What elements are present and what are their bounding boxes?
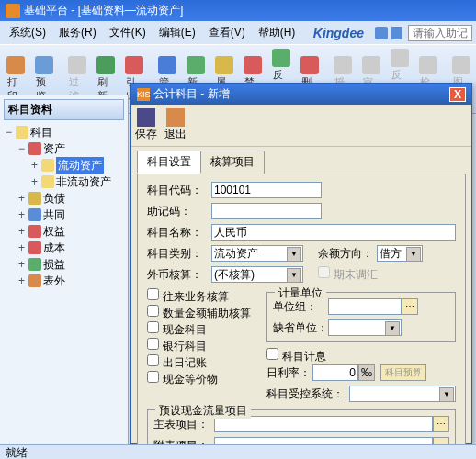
off-icon — [28, 274, 41, 287]
dialog-new-account: KIS 会计科目 - 新增 X 保存 退出 科目设置 核算项目 科目代码： 助记… — [130, 83, 472, 444]
menu-system[interactable]: 系统(S) — [4, 23, 51, 42]
lbl-rate: 日利率： — [266, 365, 312, 381]
exit-button[interactable]: 退出 — [164, 108, 187, 142]
tree-common[interactable]: 共同 — [43, 207, 65, 223]
exit-icon — [166, 108, 185, 127]
expand-icon[interactable]: + — [17, 190, 27, 207]
expand-icon[interactable]: + — [17, 207, 27, 223]
menu-bar: 系统(S) 服务(R) 文件(K) 编辑(E) 查看(V) 帮助(H) King… — [0, 21, 476, 44]
expand-icon[interactable]: − — [4, 124, 14, 140]
chk-0[interactable] — [147, 288, 159, 300]
expand-icon[interactable]: + — [17, 256, 27, 273]
lbl-qmth: 期末调汇 — [334, 268, 378, 281]
equity-icon — [28, 225, 41, 238]
expand-icon[interactable]: + — [17, 240, 27, 256]
name-input[interactable] — [211, 224, 456, 241]
brand-icon2 — [391, 27, 402, 39]
expand-icon[interactable]: + — [17, 273, 27, 289]
chk-5[interactable] — [147, 371, 159, 383]
cat-select[interactable]: 流动资产 — [211, 245, 303, 262]
code-input[interactable] — [211, 182, 322, 198]
rate-input[interactable] — [312, 364, 358, 381]
tree-profit[interactable]: 损益 — [43, 256, 65, 273]
main-lookup[interactable]: ⋯ — [433, 416, 449, 432]
asset-icon — [28, 142, 41, 155]
tree-noncurrent-asset[interactable]: 非流动资产 — [56, 174, 111, 190]
common-icon — [28, 208, 41, 221]
tree: −科目 −资产 +流动资产 +非流动资产 +负债 +共同 +权益 +成本 +损益… — [4, 124, 124, 289]
menu-service[interactable]: 服务(R) — [53, 23, 102, 42]
lbl-main: 主表项目： — [153, 417, 214, 432]
rate-suffix: ‰ — [358, 364, 375, 381]
calc-check[interactable] — [266, 348, 278, 360]
tree-current-asset[interactable]: 流动资产 — [56, 157, 104, 174]
cash-group-title: 预设现金流量项目 — [155, 403, 251, 419]
close-button[interactable]: X — [449, 87, 466, 102]
cost-icon — [28, 241, 41, 254]
lbl-name: 科目名称： — [147, 225, 211, 241]
unitgrp-input[interactable] — [328, 298, 402, 315]
tab-calc[interactable]: 核算项目 — [200, 151, 265, 174]
chk-4[interactable] — [147, 354, 159, 366]
dialog-icon: KIS — [137, 88, 150, 101]
lbl-unitgrp: 单位组： — [273, 299, 328, 315]
menu-file[interactable]: 文件(K) — [104, 23, 152, 42]
baldir-select[interactable]: 借方 — [377, 245, 423, 262]
fx-select[interactable]: (不核算) — [211, 266, 303, 283]
tab-settings[interactable]: 科目设置 — [137, 151, 201, 174]
chk-2[interactable] — [147, 321, 159, 333]
sidebar: 科目资料 −科目 −资产 +流动资产 +非流动资产 +负债 +共同 +权益 +成… — [0, 95, 129, 444]
folder-icon — [41, 159, 54, 172]
menu-view[interactable]: 查看(V) — [203, 23, 251, 42]
tree-liability[interactable]: 负债 — [43, 190, 65, 207]
mcode-input[interactable] — [211, 203, 322, 219]
ctrl-select[interactable] — [349, 386, 456, 402]
expand-icon[interactable]: − — [17, 140, 27, 157]
chk-3[interactable] — [147, 338, 159, 350]
app-icon — [6, 4, 20, 18]
status-bar: 就绪 — [0, 444, 476, 459]
qmth-check — [318, 266, 330, 278]
tree-equity[interactable]: 权益 — [43, 223, 65, 240]
save-icon — [137, 108, 155, 127]
expand-icon[interactable]: + — [29, 157, 40, 174]
menu-edit[interactable]: 编辑(E) — [153, 23, 201, 42]
lbl-mcode: 助记码： — [147, 204, 211, 219]
folder-icon — [16, 126, 28, 139]
dialog-title: 会计科目 - 新增 — [153, 86, 230, 102]
budget-button[interactable]: 科目预算 — [380, 364, 426, 381]
expand-icon[interactable]: + — [29, 174, 40, 190]
unitgrp-lookup[interactable]: ⋯ — [402, 298, 418, 315]
chk-1[interactable] — [147, 305, 159, 317]
profit-icon — [28, 258, 41, 271]
liability-icon — [28, 192, 41, 205]
menu-help[interactable]: 帮助(H) — [253, 23, 301, 42]
expand-icon[interactable]: + — [17, 223, 27, 240]
lbl-ctrl: 科目受控系统： — [266, 386, 349, 402]
folder-icon — [41, 175, 54, 188]
tree-asset[interactable]: 资产 — [43, 140, 65, 157]
tree-cost[interactable]: 成本 — [43, 240, 65, 256]
defunit-select[interactable] — [328, 319, 402, 336]
save-button[interactable]: 保存 — [135, 108, 157, 142]
lbl-calc: 科目计息 — [282, 350, 326, 363]
lbl-defunit: 缺省单位： — [273, 320, 328, 336]
search-input[interactable] — [408, 25, 472, 41]
lbl-baldir: 余额方向： — [318, 246, 373, 262]
sidebar-title: 科目资料 — [4, 99, 124, 120]
window-title: 基础平台 - [基础资料—流动资产] — [24, 3, 183, 18]
lbl-code: 科目代码： — [147, 183, 211, 198]
brand-logo: Kingdee — [308, 24, 369, 42]
unit-group-title: 计量单位 — [275, 285, 326, 301]
tree-root[interactable]: 科目 — [30, 124, 52, 140]
brand-icon — [375, 27, 388, 39]
tree-off[interactable]: 表外 — [43, 273, 65, 289]
lbl-cat: 科目类别： — [147, 246, 211, 262]
lbl-fx: 外币核算： — [147, 267, 211, 283]
